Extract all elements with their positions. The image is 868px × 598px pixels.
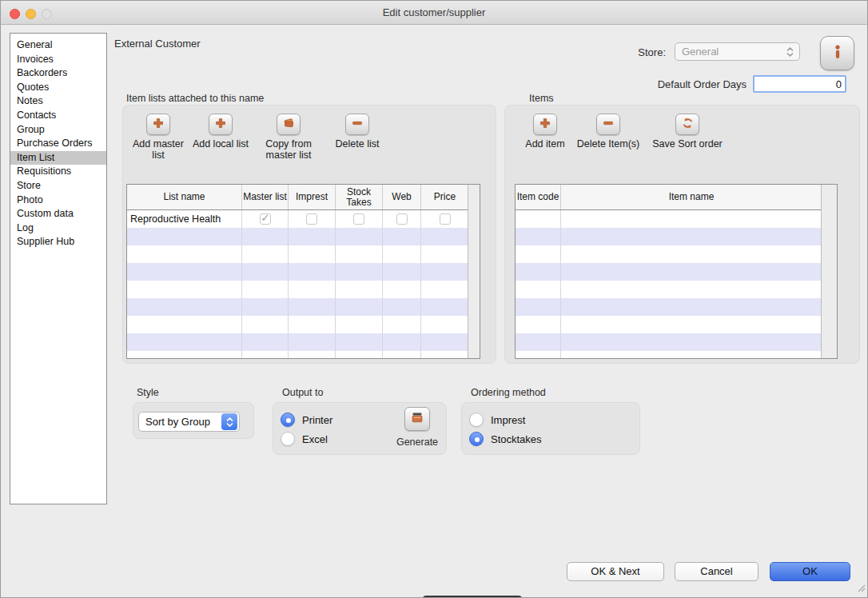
sidebar-item-notes[interactable]: Notes [10, 94, 106, 109]
cell-price [421, 210, 469, 228]
refresh-icon [681, 117, 695, 133]
cancel-button[interactable]: Cancel [675, 562, 759, 581]
table-row[interactable] [127, 298, 469, 316]
minimize-window-button[interactable] [26, 9, 36, 19]
sidebar-item-invoices[interactable]: Invoices [10, 53, 106, 67]
scrollbar[interactable] [821, 185, 837, 358]
radio-stocktakes[interactable] [469, 432, 484, 446]
empty-cell [421, 351, 469, 359]
sidebar-item-store[interactable]: Store [10, 179, 106, 193]
ok-button[interactable]: OK [770, 562, 850, 581]
empty-cell [127, 263, 242, 281]
checkbox-web[interactable] [396, 213, 408, 225]
add-master-list-button[interactable] [146, 114, 170, 135]
radio-option-printer[interactable]: Printer [281, 410, 332, 429]
default-order-days-input[interactable] [753, 75, 846, 93]
empty-cell [561, 298, 822, 316]
empty-cell [289, 263, 336, 281]
checkbox-price[interactable] [440, 213, 451, 225]
save-sort-order-button[interactable] [675, 114, 699, 135]
checkbox-stock-takes[interactable] [353, 213, 364, 225]
checkbox-master-list[interactable] [260, 213, 271, 225]
titlebar[interactable]: Edit customer/supplier [1, 1, 867, 25]
sidebar-item-log[interactable]: Log [10, 221, 106, 236]
sidebar-item-quotes[interactable]: Quotes [10, 81, 106, 95]
table-row[interactable] [516, 245, 822, 263]
sidebar-item-requisitions[interactable]: Requisitions [10, 165, 106, 179]
empty-cell [561, 281, 822, 298]
empty-cell [421, 263, 469, 281]
delete-item-s-button[interactable] [596, 114, 620, 135]
empty-cell [289, 245, 336, 263]
empty-cell [242, 333, 289, 351]
tool-add-local-list: Add local list [189, 114, 252, 161]
cell-web [383, 210, 421, 228]
empty-cell [289, 298, 336, 316]
item-lists-table: List nameMaster listImprestStock TakesWe… [126, 184, 480, 359]
radio-option-excel[interactable]: Excel [281, 429, 332, 448]
tool-add-item: Add item [520, 114, 571, 150]
table-row[interactable] [127, 281, 469, 298]
sidebar-item-supplier-hub[interactable]: Supplier Hub [10, 235, 106, 249]
radio-option-stocktakes[interactable]: Stocktakes [469, 429, 542, 448]
sidebar-item-general[interactable]: General [10, 38, 106, 53]
empty-cell [561, 228, 822, 245]
sidebar-item-photo[interactable]: Photo [10, 193, 106, 208]
sidebar-item-contacts[interactable]: Contacts [10, 109, 106, 123]
scrollbar[interactable] [468, 185, 480, 358]
table-row[interactable] [516, 333, 822, 351]
table-row[interactable] [127, 263, 469, 281]
store-select[interactable]: General [675, 42, 800, 61]
table-row[interactable] [516, 351, 822, 359]
sidebar-item-purchase-orders[interactable]: Purchase Orders [10, 137, 106, 151]
resize-grip[interactable] [856, 581, 866, 596]
table-row[interactable] [127, 316, 469, 333]
table-row[interactable] [127, 351, 469, 359]
table-row[interactable] [127, 228, 469, 245]
default-order-days-label: Default Order Days [640, 78, 747, 90]
empty-cell [383, 316, 421, 333]
table-row[interactable]: Reproductive Health [127, 210, 469, 228]
item-lists-panel-title: Item lists attached to this name [126, 93, 264, 104]
sidebar-item-group[interactable]: Group [10, 123, 106, 138]
table-row[interactable] [516, 316, 822, 333]
items-panel-title: Items [529, 93, 554, 104]
table-row[interactable] [516, 210, 822, 228]
column-header-list-name: List name [127, 185, 242, 209]
close-window-button[interactable] [10, 9, 20, 19]
add-item-button[interactable] [533, 114, 557, 135]
ok-and-next-button[interactable]: OK & Next [567, 562, 664, 581]
radio-imprest[interactable] [469, 413, 484, 427]
style-select[interactable]: Sort by Group [138, 412, 240, 432]
column-header-web: Web [383, 185, 421, 209]
column-header-price: Price [421, 185, 469, 209]
delete-list-button[interactable] [345, 114, 369, 135]
radio-printer[interactable] [281, 413, 295, 427]
table-row[interactable] [516, 263, 822, 281]
info-button[interactable] [820, 36, 854, 70]
checkbox-imprest[interactable] [306, 213, 317, 225]
empty-cell [289, 281, 336, 298]
cell-master-list [242, 210, 289, 228]
table-row[interactable] [127, 333, 469, 351]
empty-cell [289, 333, 336, 351]
radio-excel[interactable] [281, 432, 295, 446]
empty-cell [127, 351, 242, 359]
table-row[interactable] [516, 298, 822, 316]
empty-cell [516, 298, 561, 316]
cell-imprest [289, 210, 336, 228]
add-item-label: Add item [525, 138, 564, 150]
generate-button[interactable] [404, 407, 430, 431]
radio-option-imprest[interactable]: Imprest [469, 410, 542, 429]
sidebar-item-custom-data[interactable]: Custom data [10, 207, 106, 221]
zoom-window-button[interactable] [42, 9, 52, 19]
table-row[interactable] [516, 281, 822, 298]
sidebar-item-backorders[interactable]: Backorders [10, 66, 106, 81]
sidebar-item-item-list[interactable]: Item List [10, 151, 106, 165]
table-row[interactable] [127, 245, 469, 263]
add-local-list-button[interactable] [209, 114, 233, 135]
table-row[interactable] [516, 228, 822, 245]
empty-cell [383, 351, 421, 359]
output-group-label: Output to [282, 387, 323, 398]
copy-from-master-list-button[interactable] [277, 114, 301, 135]
